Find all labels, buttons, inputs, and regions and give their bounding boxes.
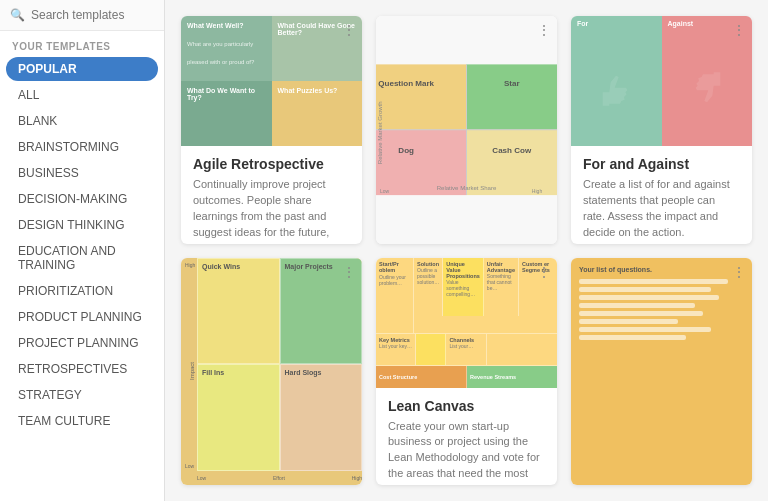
svg-text:Relative Market Growth: Relative Market Growth — [377, 101, 383, 164]
svg-text:Dog: Dog — [398, 146, 414, 155]
sidebar-item-business[interactable]: BUSINESS — [6, 161, 158, 185]
svg-text:High: High — [532, 188, 543, 194]
template-grid: What Went Well? What are you particularl… — [165, 0, 768, 501]
sidebar-item-brainstorming[interactable]: BRAINSTORMING — [6, 135, 158, 159]
loq-thumb-label: Your list of questions. — [579, 266, 744, 273]
sidebar-item-blank[interactable]: BLANK — [6, 109, 158, 133]
card-more-bcg[interactable]: ⋮ — [537, 22, 551, 38]
card-thumb-faa: For Against ⋮ — [571, 16, 752, 146]
sidebar-item-retrospectives[interactable]: RETROSPECTIVES — [6, 357, 158, 381]
svg-text:Cash Cow: Cash Cow — [492, 146, 532, 155]
sidebar-item-team-culture[interactable]: TEAM CULTURE — [6, 409, 158, 433]
card-title-faa: For and Against — [583, 156, 740, 172]
sidebar: 🔍 YOUR TEMPLATES POPULAR ALL BLANK BRAIN… — [0, 0, 165, 501]
sidebar-item-strategy[interactable]: STRATEGY — [6, 383, 158, 407]
sidebar-item-prioritization[interactable]: PRIORITIZATION — [6, 279, 158, 303]
card-more-loq[interactable]: ⋮ — [732, 264, 746, 280]
sidebar-item-decision-making[interactable]: DECISION-MAKING — [6, 187, 158, 211]
card-thumb-impact: Impact High Low Quick Wins Major Project… — [181, 258, 362, 486]
card-thumb-loq: Your list of questions. ⋮ — [571, 258, 752, 486]
card-list-of-questions: Your list of questions. ⋮ List of Questi… — [571, 258, 752, 486]
search-box: 🔍 — [0, 0, 164, 31]
card-impact-effort: Impact High Low Quick Wins Major Project… — [181, 258, 362, 486]
card-more-lean[interactable]: ⋮ — [537, 264, 551, 280]
svg-text:Question Mark: Question Mark — [378, 80, 434, 89]
svg-text:Low: Low — [380, 188, 390, 194]
card-body-agile: Agile Retrospective Continually improve … — [181, 146, 362, 244]
search-input[interactable] — [31, 8, 154, 22]
card-more-agile[interactable]: ⋮ — [342, 22, 356, 38]
thumbs-up-icon — [571, 31, 662, 146]
sidebar-item-project-planning[interactable]: PROJECT PLANNING — [6, 331, 158, 355]
card-agile-retrospective: What Went Well? What are you particularl… — [181, 16, 362, 244]
sidebar-item-education[interactable]: EDUCATION AND TRAINING — [6, 239, 158, 277]
search-icon: 🔍 — [10, 8, 25, 22]
sidebar-item-popular[interactable]: POPULAR — [6, 57, 158, 81]
sidebar-item-all[interactable]: ALL — [6, 83, 158, 107]
card-body-faa: For and Against Create a list of for and… — [571, 146, 752, 244]
card-thumb-bcg: Question Mark Star Dog Cash Cow Relative… — [376, 16, 557, 244]
card-thumb-agile: What Went Well? What are you particularl… — [181, 16, 362, 146]
card-more-impact[interactable]: ⋮ — [342, 264, 356, 280]
svg-rect-0 — [376, 64, 467, 129]
card-more-faa[interactable]: ⋮ — [732, 22, 746, 38]
svg-text:Relative Market Share: Relative Market Share — [437, 185, 497, 191]
card-desc-agile: Continually improve project outcomes. Pe… — [193, 177, 350, 244]
card-thumb-lean: Start/Pr oblem Outline your problem… Sol… — [376, 258, 557, 388]
your-templates-label: YOUR TEMPLATES — [0, 31, 164, 56]
for-label: For — [571, 16, 662, 31]
sidebar-item-design-thinking[interactable]: DESIGN THINKING — [6, 213, 158, 237]
svg-rect-1 — [467, 64, 558, 129]
card-for-and-against: For Against ⋮ — [571, 16, 752, 244]
card-desc-faa: Create a list of for and against stateme… — [583, 177, 740, 241]
card-desc-lean: Create your own start-up business or pro… — [388, 419, 545, 486]
sidebar-item-product-planning[interactable]: PRODUCT PLANNING — [6, 305, 158, 329]
card-title-agile: Agile Retrospective — [193, 156, 350, 172]
svg-text:Star: Star — [504, 80, 520, 89]
card-lean-canvas: Start/Pr oblem Outline your problem… Sol… — [376, 258, 557, 486]
card-title-lean: Lean Canvas — [388, 398, 545, 414]
card-bcg-matrix: Question Mark Star Dog Cash Cow Relative… — [376, 16, 557, 244]
card-body-lean: Lean Canvas Create your own start-up bus… — [376, 388, 557, 486]
thumbs-down-icon — [662, 31, 753, 146]
